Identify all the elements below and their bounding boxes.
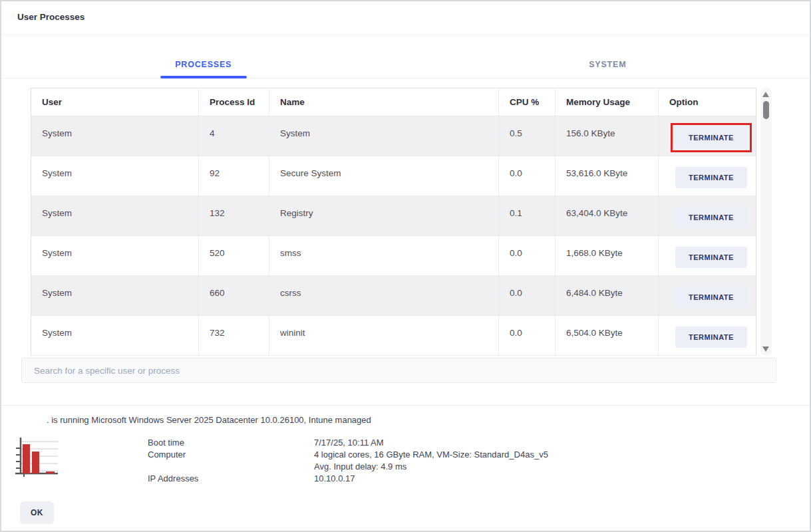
cell-name: csrss [269, 276, 499, 316]
cell-name: smss [269, 236, 499, 276]
scrollbar-thumb[interactable] [763, 101, 769, 119]
tab-bar: PROCESSES SYSTEM [1, 35, 810, 78]
ok-button[interactable]: OK [20, 501, 54, 524]
terminate-button[interactable]: TERMINATE [675, 327, 747, 348]
cell-pid: 732 [199, 316, 269, 356]
cell-user: System [31, 236, 199, 276]
terminate-highlight-box: TERMINATE [671, 323, 752, 352]
cell-option: TERMINATE [659, 276, 756, 316]
column-header-memory: Memory Usage [556, 88, 659, 116]
process-table: User Process Id Name CPU % Memory Usage … [31, 88, 756, 356]
table-row: System 132 Registry 0.1 63,404.0 KByte T… [31, 196, 756, 236]
detail-label: Boot time [148, 437, 314, 449]
cell-option: TERMINATE [659, 196, 756, 236]
table-row: System 520 smss 0.0 1,668.0 KByte TERMIN… [31, 236, 756, 276]
cell-user: System [31, 156, 199, 196]
cell-memory: 156.0 KByte [556, 116, 659, 156]
cell-name: wininit [269, 316, 499, 356]
terminate-button[interactable]: TERMINATE [675, 287, 747, 308]
tab-system-label: SYSTEM [589, 60, 626, 69]
column-header-option: Option [659, 88, 756, 116]
cell-cpu: 0.0 [499, 276, 556, 316]
cell-cpu: 0.0 [499, 156, 556, 196]
cell-pid: 520 [199, 236, 269, 276]
cell-name: Secure System [269, 156, 499, 196]
footer-divider [1, 405, 810, 406]
system-details: Boot time 7/17/25, 10:11 AM Computer 4 l… [148, 437, 548, 485]
search-input[interactable] [21, 358, 776, 383]
bar-chart-icon [11, 435, 60, 480]
detail-label [148, 461, 314, 473]
column-header-user: User [31, 88, 199, 116]
cell-memory: 6,484.0 KByte [556, 276, 659, 316]
cell-pid: 92 [199, 156, 269, 196]
chart-bar-3 [46, 471, 55, 473]
column-header-cpu: CPU % [499, 88, 556, 116]
column-header-name: Name [269, 88, 499, 116]
user-processes-dialog: User Processes PROCESSES SYSTEM User Pro… [0, 0, 811, 532]
terminate-button[interactable]: TERMINATE [675, 247, 747, 268]
detail-label: IP Addresses [148, 473, 314, 485]
cell-option: TERMINATE [659, 316, 756, 356]
cell-name: System [269, 116, 499, 156]
cell-memory: 6,504.0 KByte [556, 316, 659, 356]
cell-name: Registry [269, 196, 499, 236]
cell-cpu: 0.0 [499, 316, 556, 356]
cell-pid: 132 [199, 196, 269, 236]
chart-bar-1 [23, 444, 30, 473]
cell-user: System [31, 116, 199, 156]
cell-user: System [31, 196, 199, 236]
detail-value: 7/17/25, 10:11 AM [314, 437, 548, 449]
table-row: System 92 Secure System 0.0 53,616.0 KBy… [31, 156, 756, 196]
tab-system[interactable]: SYSTEM [406, 35, 810, 78]
column-header-process-id: Process Id [199, 88, 269, 116]
terminate-highlight-box: TERMINATE [671, 123, 752, 152]
cell-option: TERMINATE [659, 116, 756, 156]
table-row: System 660 csrss 0.0 6,484.0 KByte TERMI… [31, 276, 756, 316]
page-title: User Processes [17, 12, 84, 22]
cell-user: System [31, 316, 199, 356]
tab-processes-label: PROCESSES [175, 60, 232, 69]
terminate-button[interactable]: TERMINATE [675, 167, 747, 188]
terminate-button[interactable]: TERMINATE [675, 127, 747, 148]
scroll-up-icon[interactable] [762, 92, 769, 97]
os-info-line: . is running Microsoft Windows Server 20… [47, 415, 371, 425]
table-row: System 732 wininit 0.0 6,504.0 KByte TER… [31, 316, 756, 356]
cell-cpu: 0.1 [499, 196, 556, 236]
table-row: System 4 System 0.5 156.0 KByte TERMINAT… [31, 116, 756, 156]
table-header-row: User Process Id Name CPU % Memory Usage … [31, 88, 756, 116]
detail-value: Avg. Input delay: 4.9 ms [314, 461, 548, 473]
terminate-highlight-box: TERMINATE [671, 243, 752, 272]
detail-value: 10.10.0.17 [314, 473, 548, 485]
cell-cpu: 0.0 [499, 236, 556, 276]
process-table-body: System 4 System 0.5 156.0 KByte TERMINAT… [31, 116, 756, 356]
chart-bar-2 [32, 452, 39, 473]
cell-cpu: 0.5 [499, 116, 556, 156]
table-scrollbar[interactable] [760, 88, 772, 356]
terminate-highlight-box: TERMINATE [671, 283, 752, 312]
cell-memory: 53,616.0 KByte [556, 156, 659, 196]
terminate-highlight-box: TERMINATE [671, 203, 752, 232]
cell-user: System [31, 276, 199, 316]
cell-pid: 660 [199, 276, 269, 316]
cell-memory: 63,404.0 KByte [556, 196, 659, 236]
scroll-down-icon[interactable] [762, 346, 769, 352]
terminate-button[interactable]: TERMINATE [675, 207, 747, 228]
detail-label: Computer [148, 449, 314, 461]
cell-option: TERMINATE [659, 236, 756, 276]
cell-option: TERMINATE [659, 156, 756, 196]
tab-processes[interactable]: PROCESSES [1, 35, 406, 78]
cell-pid: 4 [199, 116, 269, 156]
terminate-highlight-box: TERMINATE [671, 163, 752, 192]
active-tab-underline [160, 76, 247, 78]
detail-value: 4 logical cores, 16 GByte RAM, VM-Size: … [314, 449, 548, 461]
cell-memory: 1,668.0 KByte [556, 236, 659, 276]
